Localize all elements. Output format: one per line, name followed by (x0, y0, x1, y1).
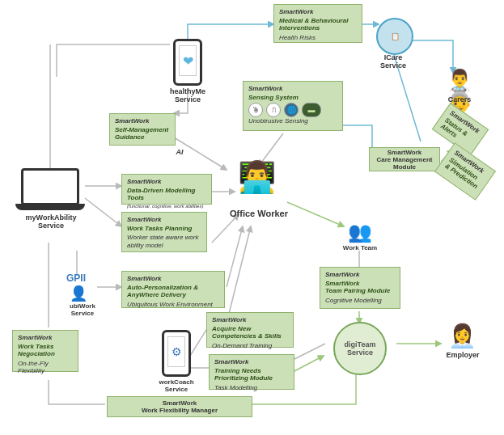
work-team-label: Work Team (337, 244, 383, 251)
module-medical: SmartWork Medical & Behavioural Interven… (273, 4, 362, 43)
mouse-icon: 🖱 (248, 103, 263, 117)
workcoach-label: workCoach Service (152, 378, 201, 393)
employer-icon: 👩‍💼 (442, 325, 482, 348)
module-training: SmartWork Training Needs Prioritizing Mo… (209, 354, 294, 390)
myworkability-label: myWorkAbility Service (15, 213, 87, 230)
module-competencies: SmartWork Acquire New Competencies & Ski… (206, 312, 294, 348)
pulse-icon: ⎍ (266, 103, 281, 117)
gears-icon: ⚙ (167, 336, 185, 367)
healthyme-label: healthyMe Service (163, 87, 212, 103)
carers-icon: 👨‍⚕️👵 (435, 70, 484, 112)
sensor-icons: 🖱 ⎍ 🌐 ▬ (248, 103, 337, 117)
workcoach-device: ⚙ (162, 330, 191, 377)
icare-label: ICare Service (369, 53, 417, 70)
healthyme-device: ❤ (173, 39, 202, 86)
module-selfmgmt: SmartWork Self-Management Guidance (109, 113, 176, 146)
module-sub: Health Risks (279, 34, 357, 41)
module-flex: SmartWork Work Flexibility Manager (107, 396, 252, 417)
laptop-device (21, 168, 79, 205)
module-datatools: SmartWork Data-Driven Modelling Tools (f… (121, 174, 212, 205)
icare-service-node: 📋 (376, 18, 413, 55)
digiteam-node: digiTeam Service (333, 322, 387, 375)
ubiwork-icon: 👤 (70, 286, 87, 301)
gpii-logo: GPII (66, 272, 86, 284)
module-team: SmartWork SmartWork Team Pairing Module … (320, 267, 400, 309)
module-care: SmartWork Care Management Module (369, 147, 440, 171)
module-simpred: SmartWork Simulation & Prediction (434, 142, 496, 201)
module-core: Medical & Behavioural Interventions (279, 17, 357, 32)
wearable-icon: ▬ (302, 103, 321, 117)
module-negociation: SmartWork Work Tasks Negociation On-the-… (12, 330, 78, 372)
module-autopers: SmartWork Auto-Personalization & AnyWher… (121, 271, 225, 308)
module-tasks: SmartWork Work Tasks Planning Worker sta… (121, 212, 207, 252)
carers-label: Carers (437, 95, 482, 103)
office-worker-label: Office Worker (222, 209, 295, 218)
module-sensing: SmartWork Sensing System 🖱 ⎍ 🌐 ▬ Unobtru… (243, 81, 343, 131)
globe-icon: 🌐 (284, 103, 299, 117)
ubiwork-label: ubiWork Service (60, 302, 105, 317)
heart-icon: ❤ (179, 45, 197, 76)
employer-label: Employer (438, 351, 487, 359)
office-worker-icon: 👨‍💻 (228, 162, 285, 192)
ai-label: AI (170, 148, 189, 156)
brand-label: SmartWork (279, 8, 357, 15)
work-team-icon: 👥 (340, 222, 380, 242)
